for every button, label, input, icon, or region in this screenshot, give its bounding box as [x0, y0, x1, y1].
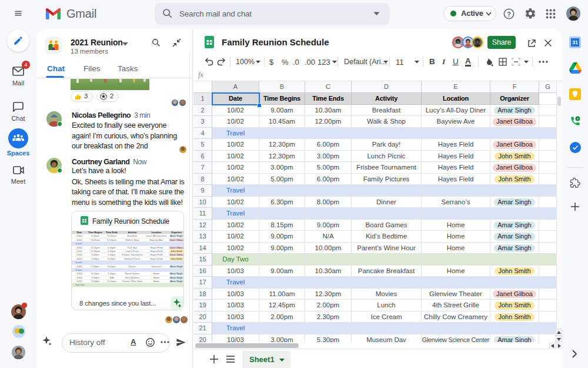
- svg-text:?: ?: [507, 11, 511, 18]
